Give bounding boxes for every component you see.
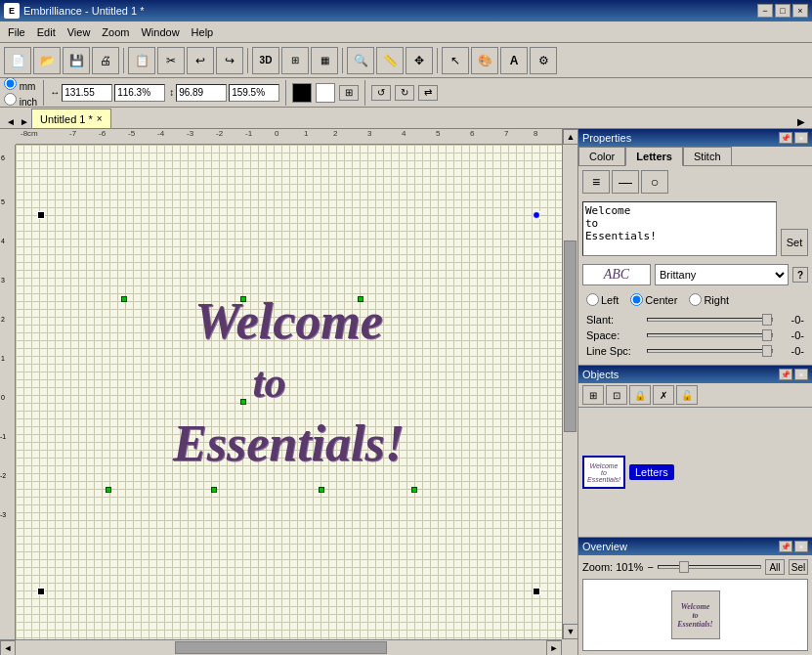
zoom-track[interactable] [658,565,761,569]
undo-button[interactable]: ↩ [187,47,214,74]
object-thumbnail[interactable]: WelcometoEssentials! [582,456,625,489]
menu-window[interactable]: Window [135,24,185,40]
menu-zoom[interactable]: Zoom [96,24,135,40]
save-button[interactable]: 💾 [63,47,90,74]
align-center-radio[interactable]: Center [630,293,677,306]
space-thumb[interactable] [762,329,772,341]
zoom-sel-btn[interactable]: Sel [789,559,808,575]
zoom-thumb[interactable] [679,561,689,573]
zoom-minus-btn[interactable]: − [647,561,653,573]
font-selector[interactable]: Brittany Arial Times Script [655,264,789,285]
tab-color[interactable]: Color [578,147,625,165]
minimize-button[interactable]: − [757,4,773,18]
props-pin-btn[interactable]: 📌 [779,132,792,144]
props-close-btn[interactable]: × [794,132,808,144]
scroll-track-v[interactable] [563,145,577,624]
vertical-scrollbar[interactable]: ▲ ▼ [562,129,577,639]
copy-button[interactable]: 📋 [128,47,155,74]
font-help-button[interactable]: ? [792,267,808,283]
layout-button[interactable]: ▦ [311,47,338,74]
align-right-radio[interactable]: Right [689,293,729,306]
open-button[interactable]: 📂 [33,47,61,74]
redo-button[interactable]: ↪ [216,47,243,74]
tab-stitch[interactable]: Stitch [683,147,732,165]
select-button[interactable]: ↖ [442,47,469,74]
scroll-thumb-h[interactable] [175,641,387,654]
align-circle-btn[interactable]: ○ [641,170,668,194]
tab-nav-expand[interactable]: ▶ [794,114,808,128]
align-left-btn[interactable]: ≡ [582,170,610,194]
horizontal-scrollbar[interactable]: ◄ ► [0,639,562,655]
scroll-down-btn[interactable]: ▼ [563,624,577,639]
menu-help[interactable]: Help [186,24,220,40]
scale-y-input[interactable] [229,84,279,102]
overview-close-btn[interactable]: × [794,541,808,552]
objects-pin-btn[interactable]: 📌 [779,369,792,380]
tab-nav-left[interactable]: ◄ [4,114,18,128]
menu-file[interactable]: File [2,24,31,40]
menu-edit[interactable]: Edit [31,24,62,40]
alignment-buttons: ≡ — ○ [578,166,812,197]
obj-lock-btn[interactable]: 🔒 [629,385,651,405]
slant-thumb[interactable] [762,314,772,326]
new-button[interactable]: 📄 [4,47,31,74]
text-line-3: Essentials! [173,411,405,477]
rotate-left-btn[interactable]: ↺ [371,85,391,101]
selection-handle-tl[interactable] [37,211,45,219]
measure-button[interactable]: 📏 [376,47,404,74]
stitch-button[interactable]: ⚙ [530,47,557,74]
color-button[interactable]: 🎨 [471,47,498,74]
unit-mm-radio[interactable]: mm [4,77,37,92]
align-left-radio-input[interactable] [586,293,599,306]
tab-nav-right[interactable]: ► [18,114,31,128]
obj-delete-btn[interactable]: ✗ [653,385,674,405]
canvas-inner[interactable]: Welcome to Essentials! [16,145,562,639]
objects-list: WelcometoEssentials! Letters [578,408,812,537]
scroll-left-btn[interactable]: ◄ [0,640,16,655]
object-label[interactable]: Letters [629,464,674,480]
x-coord-input[interactable] [62,84,112,102]
grid-button[interactable]: ⊞ [281,47,309,74]
scroll-track-h[interactable] [16,640,546,655]
align-left-radio[interactable]: Left [586,293,619,306]
cut-button[interactable]: ✂ [157,47,185,74]
align-center-radio-input[interactable] [630,293,643,306]
selection-handle-bl[interactable] [37,588,45,595]
tab-untitled1[interactable]: Untitled 1 * × [31,109,111,128]
unit-inch-radio[interactable]: inch [4,93,37,108]
set-text-button[interactable]: Set [781,229,808,256]
align-center-btn[interactable]: — [612,170,639,194]
close-button[interactable]: × [792,4,808,18]
y-coord-input[interactable] [176,84,227,102]
overview-pin-btn[interactable]: 📌 [779,541,792,552]
flip-btn[interactable]: ⇄ [418,85,438,101]
tab-letters[interactable]: Letters [625,147,683,166]
ruler-tick: -8cm [21,129,38,138]
scale-x-input[interactable] [114,84,165,102]
scroll-thumb-v[interactable] [564,240,577,432]
embroidery-text-input[interactable]: Welcome to Essentials! [582,201,777,256]
obj-unlock-btn[interactable]: 🔓 [676,385,698,405]
maximize-button[interactable]: □ [775,4,791,18]
transform-btn[interactable]: ⊞ [339,85,359,101]
menu-view[interactable]: View [62,24,97,40]
selection-handle-blue[interactable] [533,211,540,219]
tab-close-btn[interactable]: × [97,113,103,124]
scroll-up-btn[interactable]: ▲ [563,129,577,145]
objects-title: Objects [582,369,619,380]
move-button[interactable]: ✥ [406,47,433,74]
linespace-thumb[interactable] [762,345,772,357]
obj-tool-1[interactable]: ⊞ [582,385,604,405]
align-right-radio-input[interactable] [689,293,702,306]
rotate-right-btn[interactable]: ↻ [395,85,414,101]
title-bar: E Embrilliance - Untitled 1 * − □ × [0,0,812,22]
zoom-all-btn[interactable]: All [765,559,785,575]
text-button[interactable]: A [500,47,528,74]
obj-tool-2[interactable]: ⊡ [606,385,627,405]
print-button[interactable]: 🖨 [92,47,119,74]
scroll-right-btn[interactable]: ► [546,640,562,655]
3d-button[interactable]: 3D [252,47,279,74]
zoom-button[interactable]: 🔍 [347,47,374,74]
objects-close-btn[interactable]: × [794,369,808,380]
selection-handle-br[interactable] [533,588,540,595]
